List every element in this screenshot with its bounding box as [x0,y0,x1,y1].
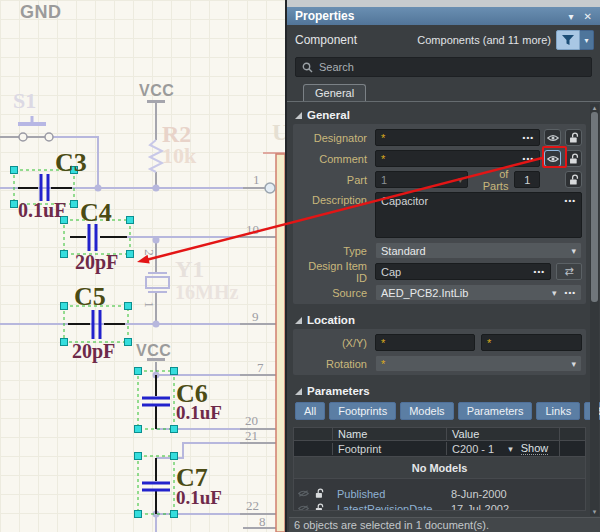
scroll-up-icon[interactable]: ▴ [590,104,599,112]
rotation-dropdown[interactable]: * ▾ [375,355,582,372]
tab-general[interactable]: General [303,84,366,101]
designator-input[interactable]: * ••• [375,129,540,146]
parameter-row-latest-revision[interactable]: LatestRevisionDate 17-Jul-2002 [294,501,585,511]
s1-designator[interactable]: S1 [13,90,36,112]
x-input[interactable]: * [375,334,475,351]
collapse-triangle-icon [295,317,302,324]
designator-lock-button[interactable] [565,129,582,146]
design-item-id-input[interactable]: Cap ••• [375,263,551,280]
footprint-caret-icon[interactable]: ▾ [508,444,513,454]
filter-links-button[interactable]: Links [536,402,580,420]
eye-icon [547,134,559,142]
design-item-id-value: Cap [381,266,401,278]
designator-visibility-button[interactable] [544,129,561,146]
comment-input[interactable]: * ••• [375,150,540,167]
type-dropdown[interactable]: Standard ▾ [375,242,582,259]
comment-value: * [381,153,385,165]
y1-designator[interactable]: Y1 [175,257,204,281]
section-title-location: Location [307,314,355,326]
panel-menu-caret-icon[interactable]: ▾ [569,11,574,22]
gnd-net-label[interactable]: GND [20,2,62,23]
c7-value[interactable]: 0.1uF [176,488,222,507]
name-column-header: Name [332,428,446,440]
designator-row: Designator * ••• [297,129,582,146]
panel-scrollbar[interactable]: ▴ ▾ [590,104,599,516]
source-ellipsis-button[interactable]: ••• [565,288,576,297]
comment-lock-button[interactable] [565,150,582,167]
section-title-parameters: Parameters [307,385,370,397]
section-header-parameters[interactable]: Parameters [293,382,586,400]
c4-designator[interactable]: C4 [80,200,112,226]
c3-designator[interactable]: C3 [55,150,87,176]
parameter-value: 8-Jun-2000 [446,488,559,500]
footprint-show-link[interactable]: Show [521,442,549,455]
footprint-row[interactable]: Footprint C200 - 1 ▾ Show [294,441,585,457]
section-title-general: General [307,109,350,121]
c5-value[interactable]: 20pF [72,341,115,361]
filter-footprints-button[interactable]: Footprints [329,402,396,420]
rotation-row: Rotation * ▾ [297,355,582,372]
open-lock-icon [568,132,580,144]
part-lock-button[interactable] [565,171,582,188]
description-ellipsis-button[interactable]: ••• [565,196,576,205]
vcc-net-label-top[interactable]: VCC [139,82,174,100]
search-icon [302,62,313,73]
xy-label: (X/Y) [297,337,367,349]
open-lock-icon [568,153,580,165]
source-dropdown[interactable]: AED_PCB2.IntLib ▾ ••• [375,284,582,301]
comment-ellipsis-button[interactable]: ••• [523,154,534,163]
design-item-id-swap-button[interactable]: ⇄ [556,263,582,280]
design-item-id-ellipsis-button[interactable]: ••• [534,267,545,276]
y1-pin-number-1: 1 [143,301,156,308]
collapse-triangle-icon [295,112,302,119]
description-label: Description [297,194,367,206]
filter-button[interactable] [556,30,580,50]
y1-pin-number-2: 2 [143,249,156,256]
scrollbar-thumb[interactable] [591,112,598,302]
rotation-value: * [381,358,385,370]
pin-number-22: 22 [246,499,259,512]
r2-value[interactable]: 10k [162,145,196,167]
parameter-row-published[interactable]: Published 8-Jun-2000 [294,486,585,501]
vcc-net-label-bottom[interactable]: VCC [136,342,171,360]
description-value: Capacitor [381,195,428,207]
source-label: Source [297,287,367,299]
y-value: * [487,337,491,349]
swap-arrows-icon: ⇄ [564,265,573,278]
schematic-canvas[interactable]: GND VCC VCC S1 R2 10k Y1 16MHz U C3 0.1u… [0,0,285,532]
filter-parameters-button[interactable]: Parameters [458,402,533,420]
scroll-down-icon[interactable]: ▾ [590,508,599,516]
search-input[interactable] [319,61,519,73]
description-row: Description Capacitor ••• [297,192,582,238]
section-header-general[interactable]: General [293,106,586,124]
c6-value[interactable]: 0.1uF [176,403,222,422]
pin-number-9: 9 [252,310,259,323]
section-header-location[interactable]: Location [293,311,586,329]
pin-number-7: 7 [257,361,264,374]
designator-value: * [381,132,385,144]
part-value: 1 [381,174,387,186]
of-parts-input[interactable]: 1 [514,171,540,188]
part-row: Part 1 ▾ of Parts 1 [297,171,582,188]
description-input[interactable]: Capacitor ••• [375,192,582,238]
filter-dropdown-button[interactable]: ▾ [580,30,594,50]
eye-off-icon [298,504,309,511]
type-value: Standard [381,245,426,257]
search-box[interactable] [295,57,592,77]
part-input[interactable]: 1 ▾ [375,171,468,188]
pin-number-21: 21 [245,429,258,442]
comment-visibility-button[interactable] [544,150,561,167]
filter-all-button[interactable]: All [295,402,325,420]
c5-designator[interactable]: C5 [74,284,106,310]
c3-value[interactable]: 0.1uF [18,200,66,220]
filter-models-button[interactable]: Models [400,402,453,420]
y-input[interactable]: * [481,334,582,351]
y1-value[interactable]: 16MHz [175,282,238,302]
pin-number-8: 8 [259,515,266,528]
type-label: Type [297,245,367,257]
c4-value[interactable]: 20pF [75,252,118,272]
panel-close-icon[interactable]: ✕ [584,11,592,22]
designator-ellipsis-button[interactable]: ••• [523,133,534,142]
open-lock-icon [568,174,580,186]
selection-header: Component Components (and 11 more) ▾ [287,25,600,55]
